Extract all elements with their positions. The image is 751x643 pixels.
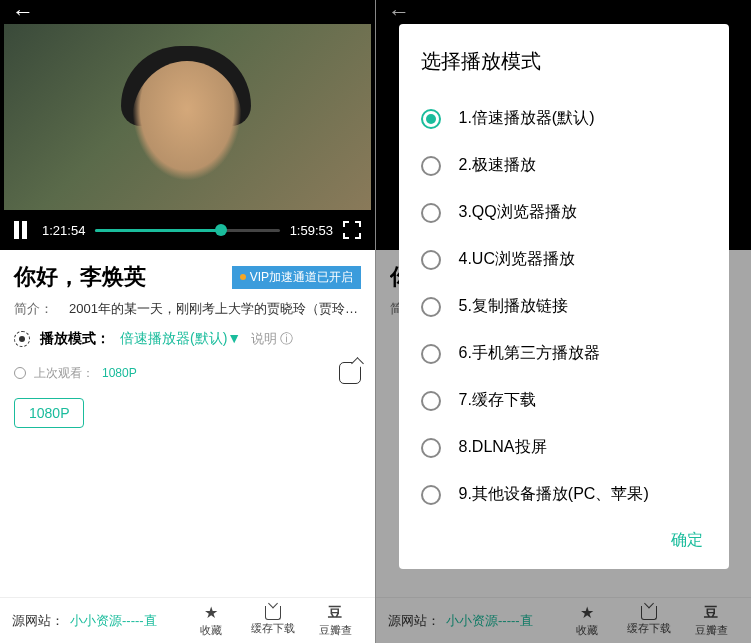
- bottom-bar: 源网站： 小小资源-----直 ★ 收藏 缓存下载 豆 豆瓣查: [0, 597, 375, 643]
- video-frame[interactable]: [4, 24, 371, 210]
- quality-chip[interactable]: 1080P: [14, 398, 84, 428]
- synopsis-text: 2001年的某一天，刚刚考上大学的贾晓玲（贾玲 饰）...: [69, 300, 361, 318]
- history-label: 上次观看：: [34, 365, 94, 382]
- vip-badge[interactable]: VIP加速通道已开启: [232, 266, 361, 289]
- radio-icon: [421, 109, 441, 129]
- radio-option-8[interactable]: 8.DLNA投屏: [421, 424, 707, 471]
- source-label: 源网站：: [12, 612, 64, 630]
- play-mode-dialog: 选择播放模式 1.倍速播放器(默认)2.极速播放3.QQ浏览器播放4.UC浏览器…: [399, 24, 729, 569]
- left-screen: ← 1:21:54 1:59:53 你好，李焕英 VIP加速通道已开启 简介: [0, 0, 375, 643]
- dialog-title: 选择播放模式: [421, 48, 707, 75]
- pause-icon[interactable]: [14, 221, 32, 239]
- radio-icon: [421, 438, 441, 458]
- radio-option-9[interactable]: 9.其他设备播放(PC、苹果): [421, 471, 707, 518]
- radio-label: 8.DLNA投屏: [459, 437, 547, 458]
- radio-label: 6.手机第三方播放器: [459, 343, 600, 364]
- radio-label: 4.UC浏览器播放: [459, 249, 575, 270]
- radio-icon: [421, 391, 441, 411]
- download-button[interactable]: 缓存下载: [245, 606, 301, 636]
- radio-option-1[interactable]: 1.倍速播放器(默认): [421, 95, 707, 142]
- radio-label: 7.缓存下载: [459, 390, 536, 411]
- synopsis-label: 简介：: [14, 300, 53, 318]
- play-mode-row: 播放模式： 倍速播放器(默认)▼ 说明ⓘ: [14, 330, 361, 348]
- content-area: 你好，李焕英 VIP加速通道已开启 简介： 2001年的某一天，刚刚考上大学的贾…: [0, 250, 375, 597]
- radio-icon: [421, 485, 441, 505]
- radio-label: 9.其他设备播放(PC、苹果): [459, 484, 649, 505]
- radio-option-6[interactable]: 6.手机第三方播放器: [421, 330, 707, 377]
- share-icon[interactable]: [339, 362, 361, 384]
- radio-label: 5.复制播放链接: [459, 296, 568, 317]
- radio-option-7[interactable]: 7.缓存下载: [421, 377, 707, 424]
- clock-icon: [14, 367, 26, 379]
- radio-option-3[interactable]: 3.QQ浏览器播放: [421, 189, 707, 236]
- current-time: 1:21:54: [42, 223, 85, 238]
- help-icon: ⓘ: [280, 330, 293, 348]
- video-title: 你好，李焕英: [14, 262, 146, 292]
- gear-icon[interactable]: [14, 331, 30, 347]
- douban-icon: 豆: [328, 604, 342, 622]
- fullscreen-icon[interactable]: [343, 221, 361, 239]
- video-player: ← 1:21:54 1:59:53: [0, 0, 375, 250]
- douban-button[interactable]: 豆 豆瓣查: [307, 604, 363, 638]
- radio-label: 2.极速播放: [459, 155, 536, 176]
- radio-option-2[interactable]: 2.极速播放: [421, 142, 707, 189]
- help-link[interactable]: 说明ⓘ: [251, 330, 293, 348]
- progress-bar[interactable]: [95, 229, 279, 232]
- radio-option-4[interactable]: 4.UC浏览器播放: [421, 236, 707, 283]
- history-quality: 1080P: [102, 366, 137, 380]
- radio-option-5[interactable]: 5.复制播放链接: [421, 283, 707, 330]
- dialog-overlay[interactable]: 选择播放模式 1.倍速播放器(默认)2.极速播放3.QQ浏览器播放4.UC浏览器…: [376, 0, 751, 643]
- back-icon[interactable]: ←: [12, 0, 34, 25]
- download-icon: [265, 606, 281, 620]
- radio-icon: [421, 297, 441, 317]
- radio-icon: [421, 203, 441, 223]
- star-icon: ★: [204, 603, 218, 622]
- mode-dropdown[interactable]: 倍速播放器(默认)▼: [120, 330, 241, 348]
- source-value[interactable]: 小小资源-----直: [70, 612, 177, 630]
- radio-icon: [421, 250, 441, 270]
- synopsis-row: 简介： 2001年的某一天，刚刚考上大学的贾晓玲（贾玲 饰）...: [14, 300, 361, 318]
- radio-label: 1.倍速播放器(默认): [459, 108, 595, 129]
- history-row: 上次观看： 1080P: [14, 362, 361, 384]
- right-screen: 你好，李焕英 简介： 源网站： 小小资源-----直 ★收藏 缓存下载 豆豆瓣查…: [376, 0, 751, 643]
- mode-label: 播放模式：: [40, 330, 110, 348]
- progress-thumb[interactable]: [215, 224, 227, 236]
- duration: 1:59:53: [290, 223, 333, 238]
- lightning-icon: [240, 274, 246, 280]
- confirm-button[interactable]: 确定: [421, 518, 707, 551]
- radio-icon: [421, 344, 441, 364]
- radio-icon: [421, 156, 441, 176]
- status-bar: ←: [0, 0, 375, 24]
- radio-label: 3.QQ浏览器播放: [459, 202, 577, 223]
- favorite-button[interactable]: ★ 收藏: [183, 603, 239, 638]
- player-controls: 1:21:54 1:59:53: [0, 210, 375, 250]
